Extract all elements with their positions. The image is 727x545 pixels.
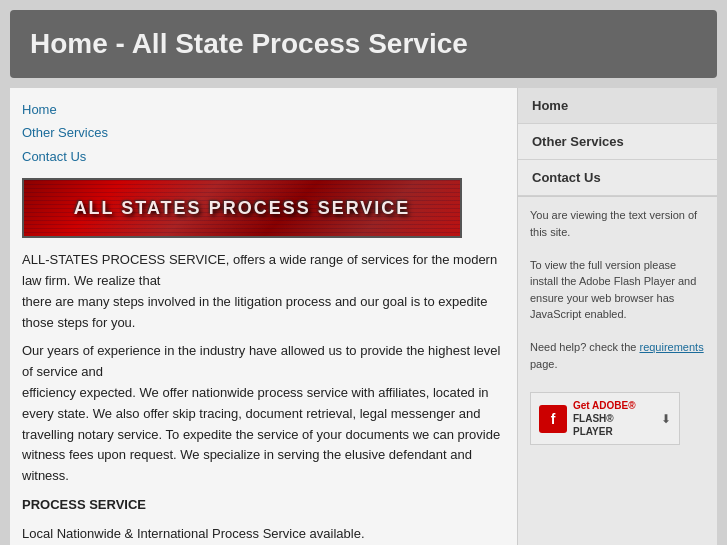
flash-icon: f [539,405,567,433]
intro-paragraph-2: Our years of experience in the industry … [22,341,505,487]
banner-image: ALL STATES PROCESS SERVICE [22,178,462,238]
left-nav-contact-us[interactable]: Contact Us [22,145,505,168]
intro-paragraph-1: ALL-STATES PROCESS SERVICE, offers a wid… [22,250,505,333]
left-nav-home[interactable]: Home [22,98,505,121]
sidebar-nav: Home Other Services Contact Us [518,88,717,197]
flash-badge[interactable]: f Get ADOBE® FLASH® PLAYER ⬇ [530,392,680,445]
banner-text: ALL STATES PROCESS SERVICE [74,198,411,219]
sidebar-info-text: You are viewing the text version of this… [530,207,705,240]
page-title: Home - All State Process Service [30,28,697,60]
flash-label-bottom: FLASH® PLAYER [573,413,614,437]
page-header: Home - All State Process Service [10,10,717,78]
section-process-service-title: PROCESS SERVICE [22,495,505,516]
sidebar-nav-contact-us[interactable]: Contact Us [518,160,717,196]
flash-label-top: Get ADOBE® [573,400,636,411]
flash-download-icon: ⬇ [661,412,671,426]
sidebar-info-detail: To view the full version please install … [530,257,705,323]
flash-letter: f [551,411,556,427]
left-nav: Home Other Services Contact Us [22,98,505,168]
left-nav-other-services[interactable]: Other Services [22,121,505,144]
main-layout: Home Other Services Contact Us ALL STATE… [10,88,717,545]
sidebar-help-text: Need help? check the requirements page. [530,339,705,372]
section-process-service-text: Local Nationwide & International Process… [22,524,505,545]
sidebar-nav-home[interactable]: Home [518,88,717,124]
flash-text: Get ADOBE® FLASH® PLAYER [573,399,655,438]
body-text: ALL-STATES PROCESS SERVICE, offers a wid… [22,250,505,545]
requirements-link[interactable]: requirements [639,341,703,353]
sidebar-info: You are viewing the text version of this… [518,197,717,382]
content-area: Home Other Services Contact Us ALL STATE… [10,88,517,545]
sidebar: Home Other Services Contact Us You are v… [517,88,717,545]
sidebar-nav-other-services[interactable]: Other Services [518,124,717,160]
